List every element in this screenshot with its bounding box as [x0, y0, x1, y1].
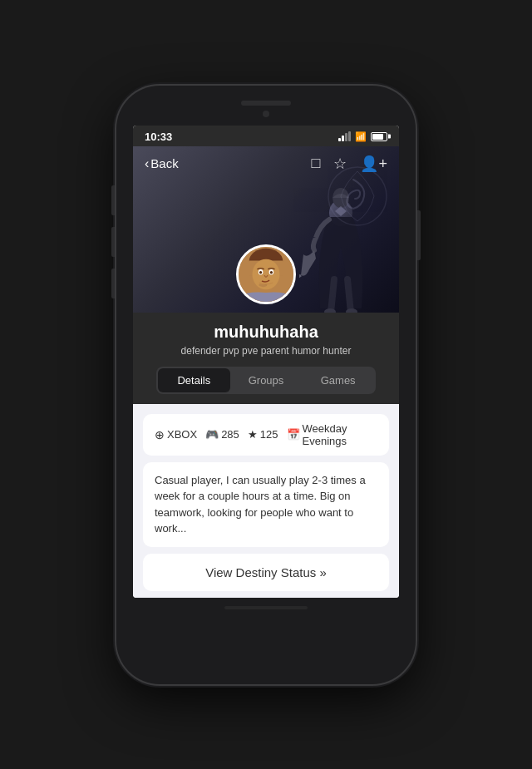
stat2-value: 125: [260, 428, 278, 441]
stat1: 🎮 285: [205, 428, 239, 441]
phone-frame: 10:33 📶: [116, 86, 416, 684]
nav-actions: □ ☆ 👤+: [312, 155, 387, 173]
phone-screen: 10:33 📶: [133, 126, 399, 598]
status-time: 10:33: [145, 131, 172, 143]
platform-label: XBOX: [167, 428, 197, 441]
status-bar: 10:33 📶: [133, 126, 399, 146]
bio-text: Casual player, I can usually play 2-3 ti…: [155, 474, 366, 535]
svg-point-11: [259, 270, 262, 274]
signal-icon: [338, 131, 351, 141]
back-button[interactable]: ‹ Back: [145, 156, 179, 171]
back-label: Back: [150, 156, 178, 170]
platform-stat: ⊕ XBOX: [155, 428, 197, 441]
tab-groups[interactable]: Groups: [230, 368, 303, 392]
stat2: ★ 125: [248, 428, 278, 441]
status-icons: 📶: [338, 131, 387, 142]
svg-point-12: [270, 270, 273, 274]
tagline: defender pvp pve parent humor hunter: [146, 345, 386, 357]
star-icon[interactable]: ☆: [333, 155, 347, 173]
hero-section: ‹ Back □ ☆ 👤+: [133, 146, 399, 313]
star-rating-icon: ★: [248, 428, 258, 441]
calendar-icon: 📅: [287, 428, 300, 441]
add-friend-icon[interactable]: 👤+: [360, 155, 387, 173]
tab-games[interactable]: Games: [302, 368, 374, 392]
wifi-icon: 📶: [355, 131, 367, 142]
username: muhuhuhaha: [146, 323, 386, 342]
destiny-status-button[interactable]: View Destiny Status »: [143, 554, 389, 591]
battery-icon: [371, 132, 387, 141]
tab-details[interactable]: Details: [158, 368, 230, 392]
profile-info: muhuhuhaha defender pvp pve parent humor…: [133, 313, 399, 404]
schedule-label: Weekday Evenings: [303, 422, 377, 447]
home-indicator[interactable]: [224, 606, 308, 609]
tabs-container: Details Groups Games: [156, 367, 376, 394]
back-chevron-icon: ‹: [145, 156, 149, 171]
schedule-stat: 📅 Weekday Evenings: [287, 422, 377, 447]
avatar-image: [239, 247, 293, 302]
phone-speaker: [241, 101, 291, 106]
stat1-icon: 🎮: [205, 428, 219, 441]
stats-bar: ⊕ XBOX 🎮 285 ★ 125 📅 Weekday Evenings: [143, 414, 389, 456]
xbox-icon: ⊕: [155, 428, 165, 441]
content-area: ⊕ XBOX 🎮 285 ★ 125 📅 Weekday Evenings: [133, 404, 399, 598]
stat1-value: 285: [221, 428, 239, 441]
avatar: [236, 244, 296, 304]
nav-bar: ‹ Back □ ☆ 👤+: [133, 146, 399, 181]
chat-icon[interactable]: □: [312, 155, 321, 172]
phone-camera: [263, 111, 269, 117]
bio-card: Casual player, I can usually play 2-3 ti…: [143, 462, 389, 547]
